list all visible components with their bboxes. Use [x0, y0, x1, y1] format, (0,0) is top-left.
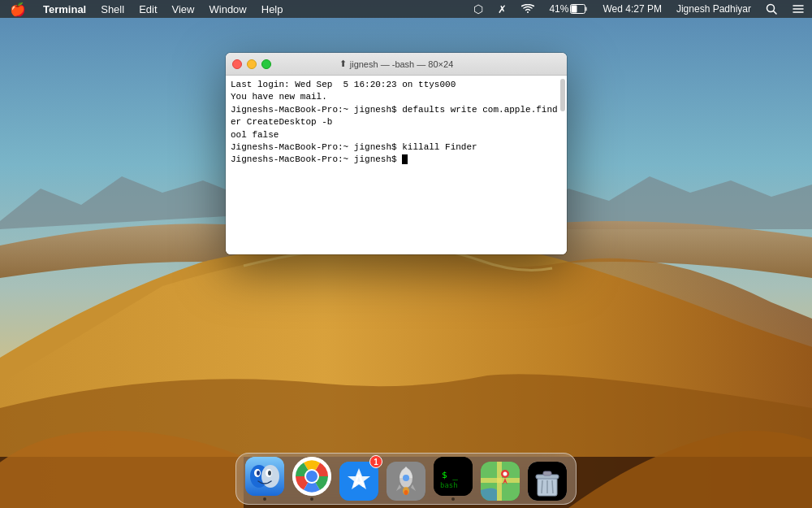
menubar-right: ⬡ ✗ 41% Wed 4:27 PM Jignesh Padhi — [466, 0, 812, 18]
svg-point-36 — [503, 472, 508, 476]
dock-item-trash[interactable] — [525, 457, 569, 501]
terminal-window[interactable]: ⬆ jignesh — -bash — 80×24 Last login: We… — [226, 53, 567, 254]
dock-item-chrome[interactable] — [290, 457, 334, 501]
trash-icon — [528, 462, 567, 501]
menu-window[interactable]: Window — [202, 0, 254, 18]
search-icon[interactable] — [758, 0, 784, 18]
dock-item-maps[interactable] — [478, 457, 522, 501]
dock-item-terminal[interactable]: $ _ bash — [431, 457, 475, 501]
dock-item-launchpad[interactable] — [384, 457, 428, 501]
finder-dot — [263, 497, 266, 501]
svg-rect-34 — [497, 462, 502, 501]
username[interactable]: Jignesh Padhiyar — [669, 0, 758, 18]
menu-edit[interactable]: Edit — [132, 0, 164, 18]
svg-point-15 — [257, 471, 260, 475]
menu-view[interactable]: View — [165, 0, 202, 18]
terminal-dock-icon: $ _ bash — [434, 457, 473, 496]
appstore-badge: 1 — [369, 455, 382, 468]
app-name[interactable]: Terminal — [36, 0, 93, 18]
menu-help[interactable]: Help — [254, 0, 291, 18]
maps-icon — [481, 462, 520, 501]
apple-menu[interactable]: 🍎 — [0, 0, 36, 18]
svg-rect-40 — [543, 471, 551, 475]
close-button[interactable] — [232, 59, 242, 69]
terminal-dot — [451, 497, 455, 501]
finder-icon — [245, 457, 284, 496]
maximize-button[interactable] — [261, 59, 271, 69]
dock-item-finder[interactable] — [243, 457, 287, 501]
svg-point-27 — [404, 490, 408, 495]
wifi-icon[interactable] — [514, 0, 542, 18]
wifi-symbol — [521, 4, 534, 14]
minimize-button[interactable] — [247, 59, 257, 69]
battery-status[interactable]: 41% — [542, 0, 595, 18]
window-buttons — [232, 59, 271, 69]
scrollbar-track — [560, 79, 565, 254]
terminal-title-text: jignesh — -bash — 80×24 — [350, 59, 454, 69]
svg-point-16 — [268, 471, 271, 475]
svg-point-20 — [306, 471, 317, 482]
notification-icon[interactable] — [784, 0, 812, 18]
svg-text:bash: bash — [440, 481, 458, 489]
svg-line-41 — [542, 480, 542, 493]
svg-text:$ _: $ _ — [442, 470, 458, 480]
terminal-output: Last login: Wed Sep 5 16:20:23 on ttys00… — [231, 79, 562, 167]
bluetooth-icon[interactable]: ✗ — [490, 0, 514, 18]
terminal-title: ⬆ jignesh — -bash — 80×24 — [339, 59, 454, 69]
svg-text:A: A — [352, 471, 365, 491]
terminal-scrollbar[interactable] — [560, 77, 565, 253]
svg-line-43 — [552, 480, 553, 493]
siri-icon[interactable]: ⬡ — [466, 0, 490, 18]
dock-item-appstore[interactable]: A 1 — [337, 457, 381, 501]
svg-point-25 — [403, 475, 409, 481]
launchpad-icon — [387, 462, 425, 501]
desktop: 🍎 Terminal Shell Edit View Window Help ⬡… — [0, 0, 812, 508]
chrome-dot — [310, 497, 313, 501]
svg-rect-4 — [572, 6, 577, 13]
battery-icon — [570, 4, 588, 14]
menubar-left: 🍎 Terminal Shell Edit View Window Help — [0, 0, 291, 18]
menubar: 🍎 Terminal Shell Edit View Window Help ⬡… — [0, 0, 812, 18]
terminal-body[interactable]: Last login: Wed Sep 5 16:20:23 on ttys00… — [226, 76, 567, 254]
chrome-icon — [292, 457, 331, 496]
svg-line-6 — [774, 11, 777, 15]
menu-shell[interactable]: Shell — [93, 0, 132, 18]
terminal-titlebar: ⬆ jignesh — -bash — 80×24 — [226, 53, 567, 76]
dock: A 1 — [235, 453, 577, 505]
svg-rect-3 — [585, 7, 588, 11]
datetime[interactable]: Wed 4:27 PM — [595, 0, 668, 18]
dock-container: A 1 — [235, 453, 577, 508]
terminal-title-icon: ⬆ — [339, 59, 347, 69]
battery-percent: 41% — [549, 3, 568, 15]
scrollbar-thumb[interactable] — [560, 79, 565, 111]
